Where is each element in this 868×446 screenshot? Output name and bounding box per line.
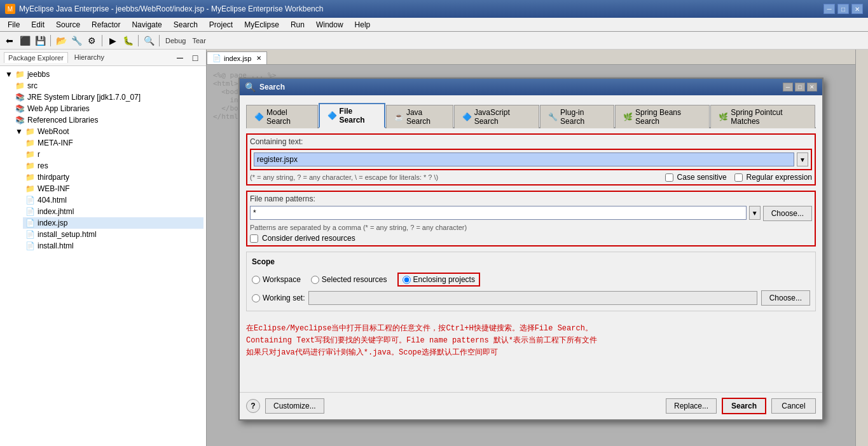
scope-enclosing-radio[interactable] [403,276,411,284]
tab-file-search[interactable]: 🔷 File Search [319,103,385,128]
toolbar-btn-6[interactable]: ⚙ [85,34,99,48]
sidebar-controls: ─ □ [173,51,202,65]
tree-label-install: install.html [38,241,74,250]
toolbar-btn-8[interactable]: 🐛 [121,34,135,48]
tree-item-web-inf[interactable]: 📁 WEB-INF [23,183,203,194]
sidebar-max-btn[interactable]: □ [188,51,202,65]
tree-label-thirdparty: thirdparty [38,173,69,182]
case-sensitive-checkbox[interactable] [665,173,673,182]
menu-source[interactable]: Source [51,19,85,30]
tree-item-ref-lib[interactable]: 📚 Referenced Libraries [13,114,203,126]
case-sensitive-row: Case sensitive [665,173,727,182]
tree-item-install[interactable]: 📄 install.html [23,240,203,252]
toolbar-btn-5[interactable]: 🔧 [69,34,83,48]
menu-navigate[interactable]: Navigate [127,19,167,30]
menu-search[interactable]: Search [169,19,203,30]
project-icon: 📁 [15,70,25,79]
tree-item-index-jhtml[interactable]: 📄 index.jhtml [23,206,203,217]
folder-icon-src: 📁 [15,81,25,90]
derived-resources-checkbox[interactable] [250,234,258,243]
tree-item-thirdparty[interactable]: 📁 thirdparty [23,172,203,183]
tree-item-jre[interactable]: 📚 JRE System Library [jdk1.7.0_07] [13,91,203,103]
tree-item-r[interactable]: 📁 r [23,149,203,160]
toolbar-btn-1[interactable]: ⬅ [3,34,17,48]
search-button[interactable]: Search [722,398,766,414]
tree-label-404: 404.html [38,196,67,205]
tree-item-res[interactable]: 📁 res [23,160,203,172]
dialog-title-controls[interactable]: ─ □ ✕ [783,83,817,91]
derived-resources-label: Consider derived resources [262,234,355,243]
toolbar-btn-7[interactable]: ▶ [106,34,120,48]
toolbar-sep-2 [102,35,102,46]
working-set-choose-btn[interactable]: Choose... [761,290,810,306]
sidebar-minimize-btn[interactable]: ─ [173,51,187,65]
customize-button[interactable]: Customize... [265,398,324,414]
toolbar-btn-2[interactable]: ⬛ [18,34,32,48]
minimize-btn[interactable]: ─ [823,4,835,14]
tree-item-install-setup[interactable]: 📄 install_setup.html [23,229,203,240]
file-name-dropdown[interactable]: ▼ [749,206,761,220]
html-icon-install-setup: 📄 [25,230,35,239]
tab-java-search[interactable]: ☕ Java Search [386,105,453,128]
tree-label-res: res [38,161,48,170]
tree-label-index-jhtml: index.jhtml [38,207,74,216]
help-button[interactable]: ? [246,399,260,413]
tree-item-webapp-lib[interactable]: 📚 Web App Libraries [13,103,203,114]
maximize-btn[interactable]: □ [837,4,849,14]
menu-edit[interactable]: Edit [26,19,50,30]
menu-run[interactable]: Run [286,19,310,30]
menu-myeclipse[interactable]: MyEclipse [239,19,284,30]
containing-text-input[interactable] [254,152,794,166]
file-name-choose-btn[interactable]: Choose... [763,206,812,221]
spring-beans-icon: 🌿 [623,112,633,121]
containing-text-dropdown[interactable]: ▼ [797,152,808,166]
menu-refactor[interactable]: Refactor [86,19,125,30]
tree-item-jeebbs[interactable]: ▼ 📁 jeebbs [3,69,203,80]
menu-help[interactable]: Help [350,19,376,30]
tab-model-search[interactable]: 🔷 Model Search [246,105,318,128]
html-icon-install: 📄 [25,241,35,250]
jsp-icon: 📄 [25,219,35,227]
info-text: 在Eclipse/Myeclipse当中打开目标工程的任意文件，按Ctrl+H快… [246,316,816,366]
close-btn[interactable]: ✕ [851,4,863,14]
toolbar-btn-9[interactable]: 🔍 [142,34,156,48]
dialog-close-btn[interactable]: ✕ [807,83,817,91]
cancel-button[interactable]: Cancel [771,398,816,414]
toolbar-sep-1 [50,35,51,46]
sidebar-tab-hierarchy[interactable]: Hierarchy [71,52,108,63]
tree-item-src[interactable]: 📁 src [13,80,203,91]
scope-working-set: Working set: [252,294,305,302]
editor-area: <%@ page ... %> <html> <body> index.jsp … [207,65,855,446]
replace-button[interactable]: Replace... [666,398,717,414]
html-icon-jhtml: 📄 [25,207,35,216]
tab-spring-beans[interactable]: 🌿 Spring Beans Search [615,105,710,128]
dialog-footer: ? Customize... Replace... Search Cancel [240,392,822,419]
tab-close-icon[interactable]: ✕ [256,55,261,62]
menu-project[interactable]: Project [204,19,238,30]
tab-js-search[interactable]: 🔷 JavaScript Search [454,105,539,128]
toolbar-btn-4[interactable]: 📂 [54,34,68,48]
menu-window[interactable]: Window [311,19,348,30]
tree-item-meta-inf[interactable]: 📁 META-INF [23,137,203,149]
tab-plugin-search[interactable]: 🔧 Plug-in Search [540,105,614,128]
menu-file[interactable]: File [3,19,25,30]
scope-workspace-radio[interactable] [252,276,260,284]
tree-item-404[interactable]: 📄 404.html [23,194,203,206]
tree-item-index-jsp[interactable]: 📄 index.jsp [23,217,203,229]
dialog-tab-bar: 🔷 Model Search 🔷 File Search ☕ Java Sear… [246,102,816,128]
scope-selected-radio[interactable] [311,276,319,284]
working-set-input[interactable] [308,291,757,305]
tree-item-webroot[interactable]: ▼ 📁 WebRoot [13,126,203,137]
title-bar-controls[interactable]: ─ □ ✕ [823,4,863,14]
sidebar-tab-package-explorer[interactable]: Package Explorer [4,52,68,63]
file-name-input[interactable] [250,206,747,220]
dialog-maximize-btn[interactable]: □ [795,83,805,91]
scope-working-set-radio[interactable] [252,294,260,302]
tab-spring-pointcut[interactable]: 🌿 Spring Pointcut Matches [710,105,815,128]
toolbar-btn-3[interactable]: 💾 [33,34,47,48]
tab-jsp-icon: 📄 [212,54,221,62]
editor-tab-index-jsp[interactable]: 📄 index.jsp ✕ [207,51,267,64]
dialog-minimize-btn[interactable]: ─ [783,83,793,91]
regex-checkbox[interactable] [734,173,743,182]
lib-icon-jre: 📚 [15,93,25,102]
